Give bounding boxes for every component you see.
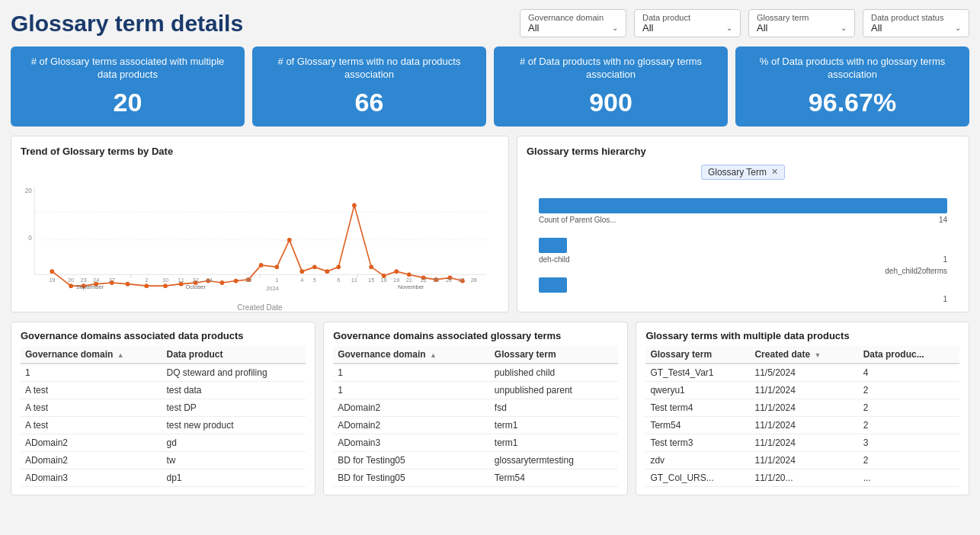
- glossary-multiple-table-card: Glossary terms with multiple data produc…: [636, 322, 969, 495]
- hierarchy-container: Glossary Term ✕ Count of Parent Glos... …: [527, 162, 959, 303]
- svg-text:September: September: [76, 284, 104, 290]
- table-row: Test term411/1/20242: [645, 399, 959, 416]
- svg-text:21: 21: [406, 277, 412, 284]
- table-row: BD for Testing05glossarytermtesting: [333, 451, 618, 469]
- filter-label-governance-domain: Governance domain: [528, 13, 618, 22]
- table-row: ADomain2fsd: [333, 399, 618, 416]
- glossary-multiple-table: Glossary term Created date ▼ Data produc…: [645, 346, 959, 487]
- svg-text:20: 20: [25, 187, 33, 194]
- glossary-multiple-table-title: Glossary terms with multiple data produc…: [645, 330, 959, 341]
- filter-label-data-product-status: Data product status: [871, 13, 961, 22]
- filter-glossary-term[interactable]: Glossary term All ⌄: [748, 9, 855, 37]
- hierarchy-tag-label: Glossary Term: [708, 167, 767, 178]
- hierarchy-tag: Glossary Term ✕: [701, 165, 785, 180]
- svg-text:27: 27: [458, 277, 464, 284]
- total-row: Total47: [645, 486, 959, 487]
- kpi-pct: % of Data products with no glossary term…: [735, 46, 969, 127]
- svg-point-13: [163, 284, 168, 288]
- bar-1-count: 14: [939, 216, 947, 224]
- chevron-down-icon: ⌄: [841, 24, 847, 32]
- svg-text:19: 19: [393, 277, 399, 284]
- chevron-down-icon: ⌄: [612, 24, 618, 32]
- filter-value-data-product: All: [642, 22, 653, 34]
- x-axis-label: Created Date: [21, 303, 499, 312]
- svg-point-26: [336, 264, 341, 269]
- svg-text:October: October: [185, 284, 206, 290]
- sort-icon2: ▲: [430, 351, 437, 359]
- filter-governance-domain[interactable]: Governance domain All ⌄: [520, 9, 626, 37]
- svg-point-22: [287, 238, 292, 242]
- col-governance-domain: Governance domain ▲: [21, 346, 162, 364]
- svg-point-31: [407, 272, 412, 277]
- table-row: ADomain2term1: [333, 416, 618, 434]
- bar-2-count: 1: [943, 255, 947, 264]
- svg-text:11: 11: [351, 277, 357, 284]
- table-row: zdv11/1/20242: [645, 451, 959, 469]
- svg-point-7: [69, 284, 73, 288]
- svg-text:24: 24: [207, 277, 213, 284]
- table-row: Test term311/1/20243: [645, 434, 959, 451]
- line-chart-container: 20 0: [21, 162, 499, 303]
- close-icon[interactable]: ✕: [771, 167, 778, 177]
- svg-text:2024: 2024: [266, 285, 279, 292]
- chevron-down-icon: ⌄: [726, 24, 732, 32]
- table-row: 1published child: [333, 364, 618, 382]
- sort-icon3: ▼: [814, 351, 821, 359]
- hierarchy-bar-1: Count of Parent Glos... 14: [539, 198, 947, 224]
- kpi-no-association-label: # of Glossary terms with no data product…: [264, 56, 474, 82]
- svg-text:5: 5: [313, 277, 316, 284]
- table-row: 1unpublished parent: [333, 381, 618, 399]
- svg-point-27: [352, 203, 357, 207]
- svg-text:22: 22: [421, 277, 427, 284]
- table-row: BD for Testing...BD ERI...: [21, 486, 306, 487]
- kpi-pct-value: 96.67%: [809, 88, 896, 117]
- page-container: Glossary term details Governance domain …: [0, 0, 980, 535]
- kpi-row: # of Glossary terms associated with mult…: [11, 46, 969, 127]
- svg-point-24: [312, 264, 317, 269]
- filter-data-product[interactable]: Data product All ⌄: [634, 9, 741, 37]
- kpi-no-association-value: 66: [355, 88, 384, 117]
- filter-value-data-product-status: All: [871, 22, 882, 34]
- table-row: ADomain3dp1: [21, 469, 306, 486]
- gov-glossary-table: Governance domain ▲ Glossary term 1publi…: [333, 346, 618, 487]
- gov-glossary-scroll[interactable]: Governance domain ▲ Glossary term 1publi…: [333, 346, 618, 487]
- svg-text:24: 24: [93, 277, 99, 284]
- svg-text:4: 4: [300, 277, 303, 284]
- svg-point-21: [274, 264, 279, 269]
- svg-point-17: [219, 280, 224, 285]
- kpi-pct-label: % of Data products with no glossary term…: [748, 56, 957, 82]
- col-data-produc: Data produc...: [859, 346, 959, 364]
- table-row: A testtest DP: [21, 399, 306, 416]
- hierarchy-chart-card: Glossary terms hierarchy Glossary Term ✕: [517, 136, 969, 312]
- bar-2-label: deh-child: [539, 255, 570, 264]
- bar-3-count: 1: [943, 295, 947, 303]
- svg-text:6: 6: [337, 277, 340, 284]
- table-row: 1DQ steward and profiling: [21, 364, 306, 382]
- svg-text:23: 23: [80, 277, 86, 284]
- gov-glossary-table-title: Governance domains associated glossary t…: [333, 330, 618, 341]
- svg-text:November: November: [398, 284, 424, 290]
- hierarchy-bar-3: deh_child2ofterms 1: [539, 277, 947, 303]
- svg-point-6: [50, 269, 54, 274]
- svg-text:0: 0: [28, 235, 32, 242]
- gov-data-table-card: Governance domains associated data produ…: [11, 322, 315, 495]
- filter-value-governance-domain: All: [528, 22, 539, 34]
- glossary-multiple-scroll[interactable]: Glossary term Created date ▼ Data produc…: [645, 346, 959, 487]
- kpi-no-glossary: # of Data products with no glossary term…: [494, 46, 728, 127]
- table-row: qweryu111/1/20242: [645, 381, 959, 399]
- middle-row: Trend of Glossary terms by Date 20 0: [11, 136, 969, 312]
- gov-glossary-table-card: Governance domains associated glossary t…: [323, 322, 628, 495]
- table-row: Term5411/1/20242: [645, 416, 959, 434]
- gov-data-scroll[interactable]: Governance domain ▲ Data product 1DQ ste…: [21, 346, 306, 487]
- svg-text:27: 27: [109, 277, 115, 284]
- svg-text:28: 28: [471, 277, 477, 284]
- svg-point-28: [369, 264, 373, 269]
- svg-point-12: [144, 284, 149, 288]
- filter-data-product-status[interactable]: Data product status All ⌄: [863, 9, 969, 37]
- svg-text:20: 20: [68, 277, 74, 284]
- svg-text:22: 22: [193, 277, 199, 284]
- kpi-multiple-label: # of Glossary terms associated with mult…: [23, 56, 232, 82]
- svg-text:30: 30: [245, 277, 251, 284]
- table-row: A testtest data: [21, 381, 306, 399]
- bar-1-label: Count of Parent Glos...: [539, 216, 617, 224]
